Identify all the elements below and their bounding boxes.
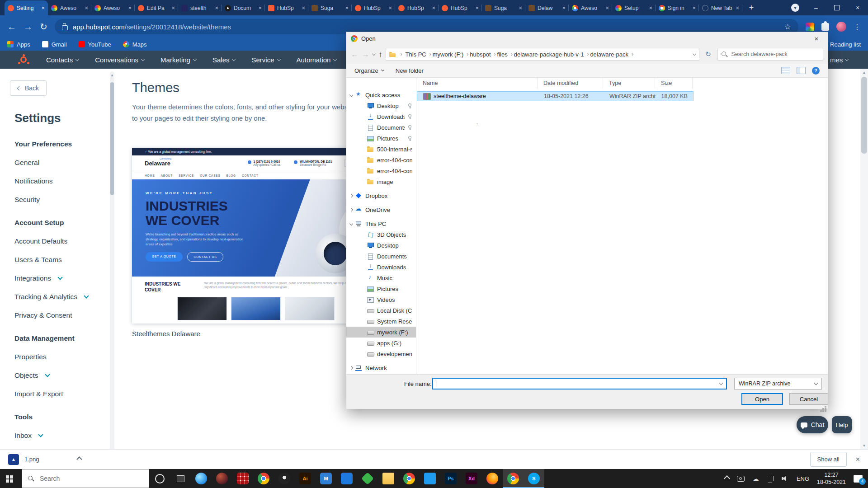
tray-expand-icon[interactable] [724,475,730,482]
browser-tab[interactable]: steelth × [178,0,222,15]
tab-close-icon[interactable]: × [85,5,88,11]
clock[interactable]: 12:27 18-05-2021 [817,471,846,486]
tree-item[interactable]: Pictures [346,133,416,144]
chat-widget-button[interactable]: Chat [797,416,828,433]
tree-item[interactable]: 3D Objects [346,229,416,240]
downloaded-file-name[interactable]: 1.png [24,456,39,463]
bookmark-item[interactable]: Apps [7,41,30,48]
sidebar-item[interactable]: Tracking & Analytics [14,293,108,301]
browser-tab[interactable]: Aweso × [48,0,91,15]
file-name-input[interactable] [432,378,727,389]
tab-close-icon[interactable]: × [258,5,262,11]
tree-item[interactable]: Quick access [346,89,416,100]
sidebar-item[interactable]: Inbox [14,432,108,440]
organize-button[interactable]: Organize [354,67,384,74]
tab-close-icon[interactable]: × [215,5,218,11]
browser-tab[interactable]: New Tab × [699,0,742,15]
sidebar-scrollbar[interactable]: ▲ [110,71,114,458]
view-options-icon[interactable] [781,67,790,74]
taskbar-app-button[interactable] [357,469,378,488]
browser-tab[interactable]: Delaw × [525,0,569,15]
browser-tab[interactable]: Edit Pa × [135,0,178,15]
page-scrollbar[interactable]: ▲ ▼ [860,69,868,449]
show-all-button[interactable]: Show all [810,452,847,467]
meet-now-icon[interactable] [737,476,745,482]
tab-close-icon[interactable]: × [562,5,566,11]
browser-tab[interactable]: Docum × [222,0,265,15]
minimize-button[interactable]: – [806,0,826,15]
sidebar-item[interactable]: Data Management [14,334,108,343]
tree-item[interactable]: Desktop [346,100,416,111]
tab-close-icon[interactable]: × [475,5,479,11]
nav-forward-icon[interactable]: → [362,51,369,58]
taskbar-app-button[interactable] [336,469,357,488]
task-view-button[interactable] [170,469,191,488]
bookmark-item[interactable]: Maps [123,41,147,48]
tree-item[interactable]: Videos [346,294,416,305]
network-icon[interactable] [767,476,774,481]
hubspot-nav-item[interactable]: Automation [297,56,337,64]
profile-avatar[interactable] [836,22,846,32]
start-button[interactable] [0,469,22,488]
download-bar-close-icon[interactable]: × [856,455,860,464]
taskbar-app-button[interactable]: Xd [461,469,482,488]
resize-grip[interactable] [825,406,826,408]
tree-item[interactable]: developement (H:) [346,348,416,359]
sidebar-item[interactable]: Account Setup [14,219,108,227]
scroll-up-icon[interactable]: ▲ [110,73,114,77]
address-bar[interactable]: › This PC › mywork (F:) › [386,48,699,61]
taskbar-app-button[interactable] [399,469,420,488]
file-type-select[interactable]: WinRAR ZIP archive [734,378,822,389]
tree-item[interactable]: mywork (F:) [346,327,416,338]
back-button[interactable]: Back [10,80,47,96]
taskbar-app-button[interactable] [274,469,295,488]
tree-item[interactable]: Downloads [346,262,416,272]
reload-icon[interactable]: ↻ [40,22,47,31]
taskbar-app-button[interactable] [191,469,212,488]
dialog-titlebar[interactable]: Open × [346,32,828,45]
hubspot-logo-icon[interactable] [18,54,29,65]
browser-tab[interactable]: HubSp × [439,0,482,15]
tree-item[interactable]: error-404-concept-l [346,165,416,176]
hubspot-nav-item[interactable]: Service [251,56,280,64]
breadcrumb-item[interactable]: mywork (F:) › [433,51,470,58]
sidebar-item[interactable]: Tools [14,413,108,421]
tab-close-icon[interactable]: × [345,5,349,11]
tab-close-icon[interactable]: × [432,5,435,11]
extensions-puzzle-icon[interactable] [821,23,829,31]
maximize-button[interactable] [826,0,847,15]
language-indicator[interactable]: ENG [797,475,809,482]
browser-tab[interactable]: Suga × [308,0,352,15]
sidebar-item[interactable]: Integrations [14,274,108,282]
taskbar-app-button[interactable]: Ai [295,469,316,488]
expander-icon[interactable] [349,194,353,197]
nav-back-icon[interactable]: ← [351,51,359,58]
tree-item[interactable]: Local Disk (C:) [346,305,416,316]
dropdown-icon[interactable] [814,381,818,385]
tree-item[interactable]: Dropbox [346,190,416,201]
column-header[interactable]: Size [655,78,693,89]
taskbar-app-button[interactable] [378,469,399,488]
sidebar-item[interactable]: Privacy & Consent [14,311,108,319]
sidebar-item[interactable]: Import & Export [14,390,108,398]
tab-close-icon[interactable]: × [302,5,305,11]
taskbar-app-button[interactable]: S [524,469,544,488]
new-tab-button[interactable]: + [745,1,758,14]
column-header[interactable]: Name [417,78,538,89]
recent-locations-icon[interactable] [372,52,376,55]
tree-item[interactable]: System Reserved (D [346,316,416,327]
taskbar-app-button[interactable] [232,469,253,488]
taskbar-app-button[interactable] [420,469,440,488]
cortana-button[interactable] [149,469,170,488]
browser-tab[interactable]: Aweso × [569,0,612,15]
tree-item[interactable]: Network [346,362,416,373]
browser-tab[interactable]: HubSp × [352,0,395,15]
scrollbar-thumb[interactable] [861,77,867,154]
tab-close-icon[interactable]: × [605,5,609,11]
breadcrumb-item[interactable]: hubspot › [470,51,497,58]
volume-icon[interactable] [782,475,789,482]
expander-icon[interactable] [349,366,353,370]
sidebar-item[interactable]: Security [14,196,108,204]
tab-close-icon[interactable]: × [519,5,522,11]
taskbar-app-button[interactable]: M [316,469,336,488]
